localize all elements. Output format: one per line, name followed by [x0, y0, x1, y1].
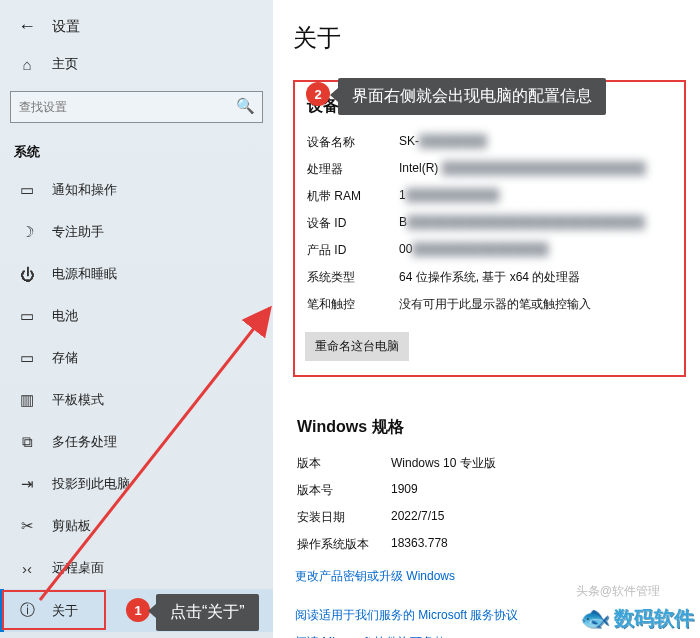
window-title: 设置 — [52, 18, 80, 36]
sidebar-item-label: 远程桌面 — [52, 559, 104, 577]
device-spec-box: 设备规格 设备名称SK-████████ 处理器Intel(R) ███████… — [293, 80, 686, 377]
sidebar-item-notifications[interactable]: ▭ 通知和操作 — [0, 169, 273, 211]
brand-watermark: 🐟 数码软件 — [580, 604, 694, 632]
annotation-badge-1: 1 — [126, 598, 150, 622]
link-ms-license[interactable]: 阅读 Microsoft 软件许可条款 — [295, 634, 692, 638]
sidebar-item-label: 剪贴板 — [52, 517, 91, 535]
sidebar-item-label: 多任务处理 — [52, 433, 117, 451]
sidebar-item-label: 电源和睡眠 — [52, 265, 117, 283]
page-title: 关于 — [293, 22, 692, 54]
sidebar-item-project[interactable]: ⇥ 投影到此电脑 — [0, 463, 273, 505]
power-icon: ⏻ — [18, 266, 36, 283]
title-bar: ← 设置 — [0, 10, 273, 43]
remote-icon: ›‹ — [18, 560, 36, 577]
moon-icon: ☽ — [18, 223, 36, 241]
annotation-badge-2: 2 — [306, 82, 330, 106]
sidebar-item-focus[interactable]: ☽ 专注助手 — [0, 211, 273, 253]
device-spec-table: 设备名称SK-████████ 处理器Intel(R) ████████████… — [305, 129, 676, 318]
row-os-build: 操作系统版本18363.778 — [295, 531, 692, 558]
storage-icon: ▭ — [18, 349, 36, 367]
sidebar: ← 设置 ⌂ 主页 🔍 系统 ▭ 通知和操作 ☽ 专注助手 ⏻ 电源和睡眠 — [0, 0, 273, 638]
sidebar-item-storage[interactable]: ▭ 存储 — [0, 337, 273, 379]
windows-spec-table: 版本Windows 10 专业版 版本号1909 安装日期2022/7/15 操… — [295, 450, 692, 558]
row-system-type: 系统类型64 位操作系统, 基于 x64 的处理器 — [305, 264, 676, 291]
sidebar-item-home[interactable]: ⌂ 主页 — [0, 43, 273, 85]
section-label-system: 系统 — [0, 131, 273, 169]
multitask-icon: ⧉ — [18, 433, 36, 451]
sidebar-item-label: 投影到此电脑 — [52, 475, 130, 493]
row-device-name: 设备名称SK-████████ — [305, 129, 676, 156]
sidebar-item-tablet[interactable]: ▥ 平板模式 — [0, 379, 273, 421]
sidebar-item-label: 平板模式 — [52, 391, 104, 409]
back-icon[interactable]: ← — [18, 16, 36, 37]
home-icon: ⌂ — [18, 56, 36, 73]
row-cpu: 处理器Intel(R) ████████████████████████ — [305, 156, 676, 183]
sidebar-item-remote[interactable]: ›‹ 远程桌面 — [0, 547, 273, 589]
sidebar-item-multitask[interactable]: ⧉ 多任务处理 — [0, 421, 273, 463]
fish-icon: 🐟 — [580, 604, 610, 632]
sidebar-item-battery[interactable]: ▭ 电池 — [0, 295, 273, 337]
sidebar-item-label: 通知和操作 — [52, 181, 117, 199]
sidebar-item-label: 专注助手 — [52, 223, 104, 241]
row-pen-touch: 笔和触控没有可用于此显示器的笔或触控输入 — [305, 291, 676, 318]
row-product-id: 产品 ID00████████████████ — [305, 237, 676, 264]
nav-list: ▭ 通知和操作 ☽ 专注助手 ⏻ 电源和睡眠 ▭ 电池 ▭ 存储 ▥ 平板模式 — [0, 169, 273, 638]
search-icon[interactable]: 🔍 — [236, 97, 255, 115]
search-input[interactable] — [10, 91, 263, 123]
sidebar-item-power[interactable]: ⏻ 电源和睡眠 — [0, 253, 273, 295]
tablet-icon: ▥ — [18, 391, 36, 409]
annotation-callout-2: 界面右侧就会出现电脑的配置信息 — [338, 78, 606, 115]
windows-spec-heading: Windows 规格 — [297, 417, 692, 438]
annotation-callout-1: 点击“关于” — [156, 594, 259, 631]
row-version: 版本号1909 — [295, 477, 692, 504]
faint-watermark: 头条@软件管理 — [576, 583, 660, 600]
search-container: 🔍 — [10, 91, 263, 123]
project-icon: ⇥ — [18, 475, 36, 493]
battery-icon: ▭ — [18, 307, 36, 325]
home-label: 主页 — [52, 55, 78, 73]
sidebar-item-label: 电池 — [52, 307, 78, 325]
notification-icon: ▭ — [18, 181, 36, 199]
row-device-id: 设备 IDB████████████████████████████ — [305, 210, 676, 237]
sidebar-item-label: 存储 — [52, 349, 78, 367]
row-install-date: 安装日期2022/7/15 — [295, 504, 692, 531]
rename-pc-button[interactable]: 重命名这台电脑 — [305, 332, 409, 361]
row-ram: 机带 RAM1███████████ — [305, 183, 676, 210]
row-edition: 版本Windows 10 专业版 — [295, 450, 692, 477]
annotation-about-box — [2, 590, 106, 630]
clipboard-icon: ✂ — [18, 517, 36, 535]
sidebar-item-clipboard[interactable]: ✂ 剪贴板 — [0, 505, 273, 547]
